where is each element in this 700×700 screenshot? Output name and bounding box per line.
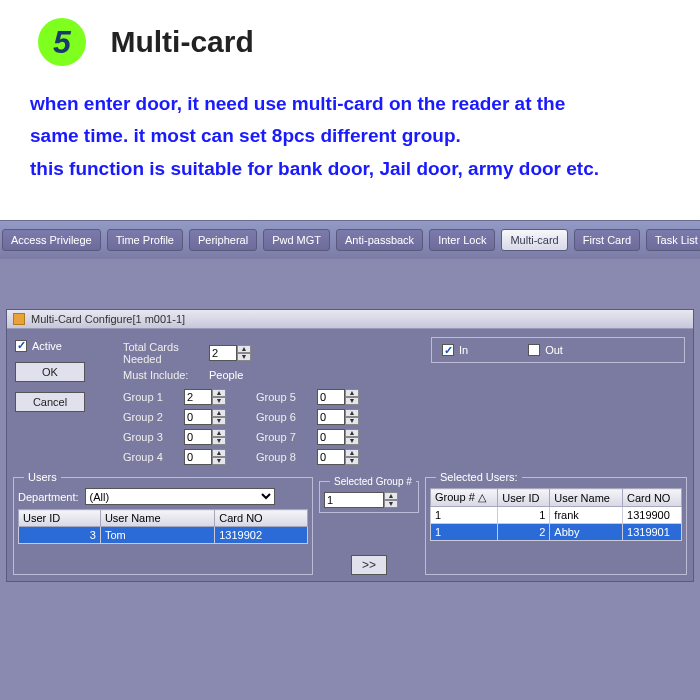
spin-up-icon[interactable]: ▲	[345, 449, 359, 457]
active-label: Active	[32, 340, 62, 352]
group-spinner[interactable]: ▲▼	[184, 389, 226, 405]
total-cards-input[interactable]	[209, 345, 237, 361]
users-fieldset: Users Department: (All) User IDUser Name…	[13, 477, 313, 575]
spin-up-icon[interactable]: ▲	[345, 429, 359, 437]
window-icon	[13, 313, 25, 325]
desc-line: when enter door, it need use multi-card …	[30, 88, 670, 120]
spin-up-icon[interactable]: ▲	[345, 409, 359, 417]
selected-group-spinner[interactable]: ▲▼	[324, 492, 414, 508]
total-cards-spinner[interactable]: ▲▼	[209, 345, 251, 361]
cancel-button[interactable]: Cancel	[15, 392, 85, 412]
tab-access-privilege[interactable]: Access Privilege	[2, 229, 101, 251]
in-label: In	[459, 344, 468, 356]
move-right-button[interactable]: >>	[351, 555, 387, 575]
group-input[interactable]	[317, 449, 345, 465]
spin-down-icon[interactable]: ▼	[345, 457, 359, 465]
page-title: Multi-card	[110, 25, 253, 59]
users-legend: Users	[24, 471, 61, 483]
checkbox-checked-icon: ✓	[15, 340, 27, 352]
spin-up-icon[interactable]: ▲	[212, 389, 226, 397]
must-include-label: Must Include:	[123, 369, 203, 381]
tab-time-profile[interactable]: Time Profile	[107, 229, 183, 251]
col-header[interactable]: Group # △	[431, 489, 498, 507]
spin-down-icon[interactable]: ▼	[345, 437, 359, 445]
active-checkbox[interactable]: ✓ Active	[15, 340, 62, 352]
io-fieldset: ✓ In Out	[431, 337, 685, 363]
group-input[interactable]	[184, 449, 212, 465]
tab-first-card[interactable]: First Card	[574, 229, 640, 251]
group-spinner[interactable]: ▲▼	[184, 409, 226, 425]
group-spinner[interactable]: ▲▼	[317, 389, 359, 405]
group-label: Group 7	[256, 431, 311, 443]
tab-anti-passback[interactable]: Anti-passback	[336, 229, 423, 251]
spin-up-icon[interactable]: ▲	[237, 345, 251, 353]
tab-inter-lock[interactable]: Inter Lock	[429, 229, 495, 251]
out-checkbox[interactable]: Out	[528, 344, 563, 356]
out-label: Out	[545, 344, 563, 356]
department-label: Department:	[18, 491, 79, 503]
col-header[interactable]: User ID	[19, 510, 101, 527]
desc-line: this function is suitable for bank door,…	[30, 153, 670, 185]
spin-down-icon[interactable]: ▼	[212, 457, 226, 465]
spin-down-icon[interactable]: ▼	[212, 397, 226, 405]
spin-down-icon[interactable]: ▼	[384, 500, 398, 508]
description: when enter door, it need use multi-card …	[0, 70, 700, 199]
in-checkbox[interactable]: ✓ In	[442, 344, 468, 356]
group-input[interactable]	[184, 429, 212, 445]
spin-down-icon[interactable]: ▼	[212, 437, 226, 445]
selected-users-table: Group # △User IDUser NameCard NO 11frank…	[430, 488, 682, 541]
group-input[interactable]	[317, 409, 345, 425]
group-spinner[interactable]: ▲▼	[317, 449, 359, 465]
group-label: Group 6	[256, 411, 311, 423]
spin-down-icon[interactable]: ▼	[345, 397, 359, 405]
group-input[interactable]	[184, 409, 212, 425]
tab-multi-card[interactable]: Multi-card	[501, 229, 567, 251]
group-input[interactable]	[317, 429, 345, 445]
group-spinner[interactable]: ▲▼	[184, 429, 226, 445]
window-titlebar: Multi-Card Configure[1 m001-1]	[7, 310, 693, 329]
spin-up-icon[interactable]: ▲	[212, 429, 226, 437]
selected-group-fieldset: Selected Group # ▲▼	[319, 481, 419, 513]
tab-pwd-mgt[interactable]: Pwd MGT	[263, 229, 330, 251]
app-window: Access PrivilegeTime ProfilePeripheralPw…	[0, 220, 700, 700]
users-table: User IDUser NameCard NO 3Tom1319902	[18, 509, 308, 544]
department-select[interactable]: (All)	[85, 488, 275, 505]
spin-up-icon[interactable]: ▲	[212, 449, 226, 457]
people-label: People	[209, 369, 243, 381]
group-input[interactable]	[184, 389, 212, 405]
tab-peripheral[interactable]: Peripheral	[189, 229, 257, 251]
group-spinner[interactable]: ▲▼	[317, 409, 359, 425]
group-label: Group 1	[123, 391, 178, 403]
col-header[interactable]: Card NO	[623, 489, 682, 507]
group-spinner[interactable]: ▲▼	[317, 429, 359, 445]
col-header[interactable]: User Name	[550, 489, 623, 507]
selected-users-legend: Selected Users:	[436, 471, 522, 483]
group-label: Group 8	[256, 451, 311, 463]
table-row[interactable]: 12Abby1319901	[431, 524, 682, 541]
group-input[interactable]	[317, 389, 345, 405]
col-header[interactable]: Card NO	[215, 510, 308, 527]
desc-line: same time. it most can set 8pcs differen…	[30, 120, 670, 152]
selected-group-label: Selected Group #	[330, 476, 416, 487]
spin-down-icon[interactable]: ▼	[237, 353, 251, 361]
col-header[interactable]: User Name	[100, 510, 214, 527]
group-spinner[interactable]: ▲▼	[184, 449, 226, 465]
spin-up-icon[interactable]: ▲	[384, 492, 398, 500]
spin-up-icon[interactable]: ▲	[345, 389, 359, 397]
ok-button[interactable]: OK	[15, 362, 85, 382]
table-row[interactable]: 11frank1319900	[431, 507, 682, 524]
col-header[interactable]: User ID	[498, 489, 550, 507]
total-cards-label: Total Cards Needed	[123, 341, 203, 365]
selected-users-fieldset: Selected Users: Group # △User IDUser Nam…	[425, 477, 687, 575]
tab-bar: Access PrivilegeTime ProfilePeripheralPw…	[0, 221, 700, 259]
selected-group-input[interactable]	[324, 492, 384, 508]
spin-up-icon[interactable]: ▲	[212, 409, 226, 417]
table-row[interactable]: 3Tom1319902	[19, 527, 308, 544]
group-label: Group 5	[256, 391, 311, 403]
spin-down-icon[interactable]: ▼	[345, 417, 359, 425]
group-label: Group 4	[123, 451, 178, 463]
spin-down-icon[interactable]: ▼	[212, 417, 226, 425]
config-window: Multi-Card Configure[1 m001-1] ✓ Active …	[6, 309, 694, 582]
tab-task-list[interactable]: Task List	[646, 229, 700, 251]
group-label: Group 2	[123, 411, 178, 423]
